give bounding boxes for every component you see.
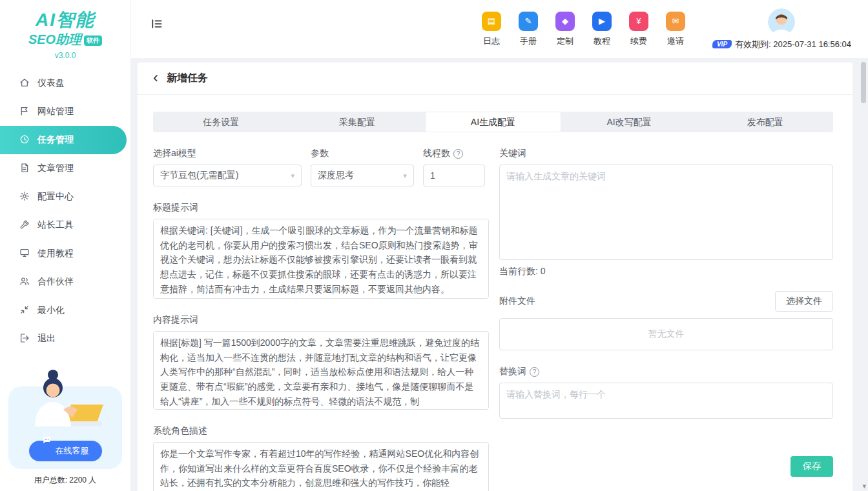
sidebar-nav: 仪表盘 网站管理 任务管理 文章管理 配置中心 站长工具 使用教程 合作伙伴 [0,69,130,353]
title-prompt-textarea[interactable]: 根据关键词: [关键词]，生成一个吸引眼球的文章标题，作为一个流量营销和标题优化… [153,219,489,299]
sidebar-item-label: 网站管理 [37,106,74,117]
sidebar-item-config-center[interactable]: 配置中心 [0,183,130,211]
new-task-card: ‹ 新增任务 任务设置 采集配置 AI生成配置 AI改写配置 发布配置 选择ai… [138,63,852,491]
form-left-column: 选择ai模型 字节豆包(无需配置) ▾ 参数 深度思考 ▾ [153,148,489,491]
content-area: ‹ 新增任务 任务设置 采集配置 AI生成配置 AI改写配置 发布配置 选择ai… [131,58,868,491]
shortcut-label: 邀请 [667,35,684,47]
model-label: 选择ai模型 [153,148,302,159]
avatar[interactable] [768,8,795,35]
shortcut-label: 续费 [630,35,647,47]
sidebar-item-article-management[interactable]: 文章管理 [0,154,130,183]
document-icon [19,163,30,175]
title-prompt-label: 标题提示词 [153,202,489,214]
sidebar-item-label: 文章管理 [37,163,74,174]
shortcut-invite[interactable]: ✉ 邀请 [666,12,685,47]
back-icon[interactable]: ‹ [153,70,158,85]
keywords-textarea[interactable] [499,165,833,260]
model-select[interactable]: 字节豆包(无需配置) ▾ [153,165,302,186]
topbar: ▤ 日志 ✎ 手册 ◆ 定制 ▶ 教程 ¥ 续费 ✉ 邀请 [131,0,868,58]
logout-icon [19,333,30,345]
users-icon [19,276,30,288]
attachment-empty-text: 暂无文件 [648,328,685,340]
shortcut-label: 教程 [594,35,610,47]
chevron-down-icon: ▾ [403,172,407,180]
renewal-icon: ¥ [629,12,648,31]
window-scrollbar [861,62,866,481]
shortcut-customization[interactable]: ◆ 定制 [555,12,575,47]
online-support-button[interactable]: 在线客服 [29,441,102,461]
sidebar-item-label: 最小化 [37,305,65,316]
sidebar-item-label: 退出 [37,333,56,345]
attachment-label: 附件文件 [499,296,535,307]
tab-ai-rewrite-config[interactable]: AI改写配置 [561,112,698,132]
params-select[interactable]: 深度思考 ▾ [311,165,414,186]
tab-collection-config[interactable]: 采集配置 [289,112,426,132]
sidebar-item-label: 配置中心 [37,191,74,203]
sidebar-fold-icon[interactable] [150,12,163,46]
replace-label-text: 替换词 [499,366,526,377]
sidebar-item-logout[interactable]: 退出 [0,325,130,353]
content-prompt-textarea[interactable]: 根据[标题] 写一篇1500到2000字的文章，文章需要注重思维跳跃，避免过度的… [153,331,489,410]
shortcut-manual[interactable]: ✎ 手册 [519,12,538,47]
chat-bubble-icon [42,436,51,445]
sidebar-item-partners[interactable]: 合作伙伴 [0,268,130,296]
scrollbar-down-arrow-icon[interactable]: ▾ [862,482,866,490]
question-icon[interactable]: ? [453,149,463,159]
choose-file-button[interactable]: 选择文件 [775,291,833,312]
page-title: 新增任务 [167,72,208,85]
replace-label: 替换词 ? [499,366,833,377]
gear-icon [19,191,30,203]
shortcut-label: 手册 [520,35,537,47]
invite-icon: ✉ [666,12,685,31]
shortcut-renewal[interactable]: ¥ 续费 [629,12,648,47]
model-select-value: 字节豆包(无需配置) [160,170,238,181]
logs-icon: ▤ [482,12,501,31]
threads-input[interactable] [423,165,485,186]
attachment-empty-box: 暂无文件 [499,318,833,350]
shortcut-tutorial[interactable]: ▶ 教程 [592,12,612,47]
params-select-value: 深度思考 [318,170,354,181]
sidebar-item-website-management[interactable]: 网站管理 [0,97,130,126]
sidebar-item-minimize[interactable]: 最小化 [0,296,130,325]
sidebar-item-label: 使用教程 [37,248,74,259]
sidebar-item-task-management[interactable]: 任务管理 [0,126,127,154]
logo-title: AI智能 [0,8,130,32]
keywords-label: 关键词 [499,148,833,159]
app-version: v3.0.0 [0,51,130,60]
question-icon[interactable]: ? [530,367,539,377]
threads-label-text: 线程数 [423,148,450,159]
threads-label: 线程数 ? [423,148,485,159]
clock-icon [19,134,30,146]
system-role-textarea[interactable]: 你是一个文章写作专家，有着超过10年的写作经验，精通网站SEO优化和内容创作，你… [153,442,489,491]
customization-icon: ◆ [555,12,575,31]
save-button[interactable]: 保存 [790,456,833,477]
sidebar-item-label: 合作伙伴 [37,276,74,288]
sidebar-item-label: 任务管理 [37,134,74,146]
sidebar-item-webmaster-tools[interactable]: 站长工具 [0,211,130,239]
scrollbar-thumb[interactable] [861,62,866,103]
tutorial-icon: ▶ [592,12,612,31]
tab-task-settings[interactable]: 任务设置 [153,112,289,132]
card-header: ‹ 新增任务 [138,63,852,95]
tab-publish-config[interactable]: 发布配置 [697,112,833,132]
monitor-icon [19,248,30,260]
tab-ai-generation-config[interactable]: AI生成配置 [425,112,561,132]
support-panel: 在线客服 用户总数: 2200 人 [8,386,122,486]
manual-icon: ✎ [519,12,538,31]
config-tabs: 任务设置 采集配置 AI生成配置 AI改写配置 发布配置 [153,112,833,132]
support-illustration [19,367,111,434]
sidebar-item-tutorial[interactable]: 使用教程 [0,239,130,268]
vip-badge-icon: VIP [712,40,732,48]
header-shortcuts: ▤ 日志 ✎ 手册 ◆ 定制 ▶ 教程 ¥ 续费 ✉ 邀请 [482,12,685,47]
sidebar: AI智能 SEO助理软件 v3.0.0 仪表盘 网站管理 任务管理 文章管理 配… [0,0,131,491]
sidebar-item-label: 站长工具 [37,219,74,231]
replace-textarea[interactable] [499,383,833,419]
keywords-line-count: 当前行数: 0 [499,266,833,277]
params-label: 参数 [311,148,414,159]
sidebar-item-dashboard[interactable]: 仪表盘 [0,69,130,97]
shortcut-label: 日志 [483,35,500,47]
wrench-icon [19,219,30,232]
license-info: VIP 有效期到: 2025-07-31 16:56:04 [712,39,851,50]
app-logo: AI智能 SEO助理软件 v3.0.0 [0,0,130,63]
shortcut-logs[interactable]: ▤ 日志 [482,12,501,47]
